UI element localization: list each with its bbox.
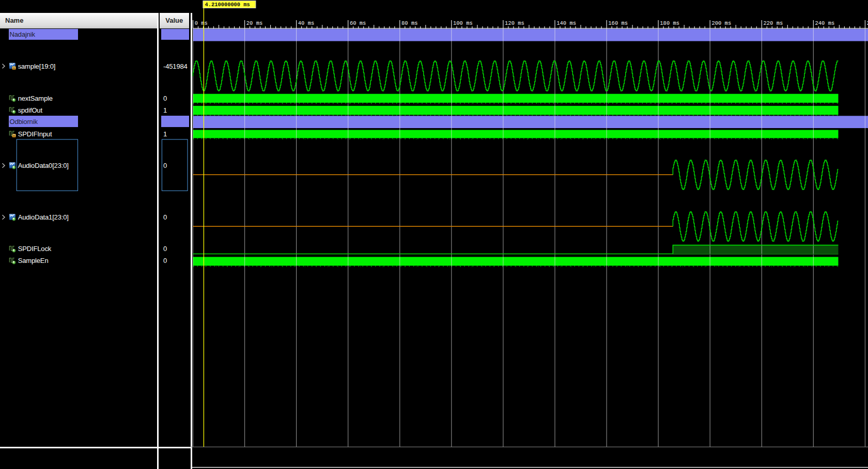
svg-text:120 ms: 120 ms	[505, 20, 524, 26]
svg-text:100 ms: 100 ms	[453, 20, 473, 26]
svg-text:80 ms: 80 ms	[401, 20, 418, 26]
svg-text:20 ms: 20 ms	[246, 20, 263, 26]
svg-text:4.210000000 ms: 4.210000000 ms	[205, 2, 250, 8]
svg-text:60 ms: 60 ms	[350, 20, 366, 26]
svg-text:140 ms: 140 ms	[556, 20, 576, 26]
svg-text:240 ms: 240 ms	[815, 20, 835, 26]
svg-text:40 ms: 40 ms	[298, 20, 315, 26]
svg-text:180 ms: 180 ms	[660, 20, 679, 26]
svg-text:160 ms: 160 ms	[608, 20, 628, 26]
svg-text:220 ms: 220 ms	[764, 20, 783, 26]
svg-text:0 ms: 0 ms	[195, 20, 208, 26]
svg-text:200 ms: 200 ms	[711, 20, 731, 26]
